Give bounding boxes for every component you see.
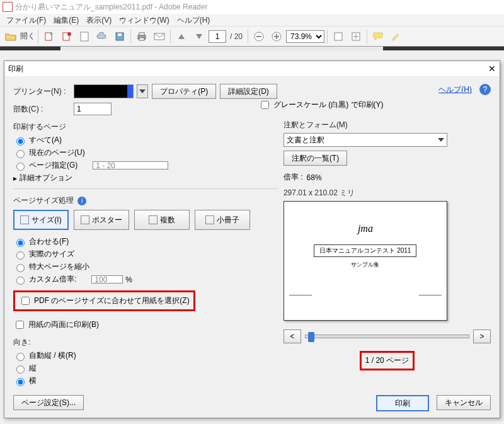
- radio-landscape[interactable]: 横: [13, 375, 277, 386]
- printer-select[interactable]: [74, 84, 134, 98]
- document-icon[interactable]: [76, 28, 93, 45]
- radio-actual[interactable]: 実際のサイズ: [13, 249, 277, 260]
- menu-window[interactable]: ウィンドウ(W): [115, 14, 173, 26]
- info-icon[interactable]: i: [77, 197, 86, 205]
- menu-file[interactable]: ファイル(F): [3, 14, 50, 26]
- zoom-out-icon[interactable]: [251, 28, 267, 45]
- dialog-title: 印刷: [8, 64, 23, 74]
- svg-rect-5: [118, 33, 122, 36]
- page-total-label: / 20: [227, 32, 245, 41]
- save-icon[interactable]: [112, 28, 128, 45]
- menu-view[interactable]: 表示(V): [83, 14, 115, 26]
- svg-rect-7: [139, 33, 144, 35]
- highlight-icon[interactable]: [387, 28, 404, 45]
- tab-multiple[interactable]: 複数: [134, 210, 190, 230]
- radio-auto-orient[interactable]: 自動縦 / 横(R): [13, 350, 277, 361]
- fit-page-icon[interactable]: [348, 28, 364, 45]
- tab-poster[interactable]: ポスター: [74, 210, 129, 230]
- fit-width-icon[interactable]: [330, 28, 346, 45]
- slider-thumb[interactable]: [308, 332, 314, 342]
- window-title-bar: 分かり易いマニュアル_samples2011.pdf - Adobe Reade…: [0, 0, 504, 14]
- print-preview: jma 日本マニュアルコンテスト 2011 サンプル集 ——————: [284, 201, 447, 321]
- poster-tab-icon: [81, 215, 89, 224]
- multi-tab-icon: [149, 215, 158, 224]
- help-icon[interactable]: ?: [479, 84, 491, 95]
- checkbox-choose-paper[interactable]: PDF のページサイズに合わせて用紙を選択(Z): [19, 295, 190, 307]
- booklet-tab-icon: [205, 215, 214, 224]
- menu-bar: ファイル(F) 編集(E) 表示(V) ウィンドウ(W) ヘルプ(H): [0, 14, 504, 26]
- checkbox-duplex[interactable]: 用紙の両面に印刷(B): [13, 319, 277, 331]
- page-setup-button[interactable]: ページ設定(S)...: [13, 395, 84, 410]
- preview-subtitle: サンプル集: [351, 261, 379, 269]
- export-pdf-icon[interactable]: [41, 28, 57, 45]
- highlight-box-choose-paper: PDF のページサイズに合わせて用紙を選択(Z): [13, 290, 195, 311]
- svg-rect-15: [335, 33, 342, 40]
- preview-slider[interactable]: [305, 335, 469, 338]
- zoom-select[interactable]: 73.9%: [286, 30, 324, 43]
- annotation-list-button[interactable]: 注釈の一覧(T): [284, 151, 347, 166]
- size-header: ページサイズ処理: [13, 195, 74, 206]
- preview-logo: jma: [358, 223, 373, 234]
- comment-icon[interactable]: [370, 28, 386, 45]
- preview-next-button[interactable]: >: [473, 329, 491, 343]
- page-down-icon[interactable]: [191, 28, 207, 45]
- radio-fit[interactable]: 合わせる(F): [13, 236, 277, 247]
- properties-button[interactable]: プロパティ(P): [152, 84, 216, 99]
- radio-shrink[interactable]: 特大ページを縮小: [13, 261, 277, 272]
- printer-label: プリンター(N) :: [13, 86, 70, 97]
- printer-dropdown-icon[interactable]: [137, 84, 148, 98]
- radio-current[interactable]: 現在のページ(U): [13, 147, 277, 158]
- print-button[interactable]: 印刷: [376, 395, 429, 411]
- chevron-down-icon: [438, 138, 444, 142]
- cancel-button[interactable]: キャンセル: [437, 395, 491, 410]
- orientation-header: 向き:: [13, 337, 277, 348]
- page-indicator: 1 / 20 ページ: [365, 356, 409, 365]
- preview-dimensions: 297.01 x 210.02 ミリ: [284, 188, 491, 198]
- annotation-header: 注釈とフォーム(M): [284, 120, 491, 130]
- close-icon[interactable]: ✕: [488, 64, 496, 74]
- size-tab-icon: [20, 215, 29, 224]
- preview-title: 日本マニュアルコンテスト 2011: [314, 244, 416, 257]
- open-button[interactable]: 開く: [3, 28, 35, 45]
- radio-all[interactable]: すべて(A): [13, 135, 277, 146]
- scale-label: 倍率 :: [284, 172, 303, 183]
- zoom-in-icon[interactable]: [268, 28, 285, 45]
- open-label: 開く: [20, 31, 35, 42]
- custom-scale-input[interactable]: [91, 275, 123, 284]
- highlight-box-page-indicator: 1 / 20 ページ: [360, 351, 415, 370]
- advanced-button[interactable]: 詳細設定(D): [220, 84, 277, 99]
- svg-rect-8: [139, 38, 144, 40]
- cloud-icon[interactable]: [94, 28, 110, 45]
- folder-icon: [3, 28, 19, 45]
- tab-size[interactable]: サイズ(I): [13, 210, 69, 230]
- print-dialog: 印刷 ✕ プリンター(N) : プロパティ(P) 詳細設定(D) 部数(C) :…: [4, 60, 500, 418]
- radio-custom-scale[interactable]: カスタム倍率: %: [13, 274, 277, 285]
- more-options-toggle[interactable]: ▸ 詳細オプション: [13, 173, 277, 183]
- dialog-title-bar: 印刷 ✕: [4, 61, 500, 76]
- radio-range[interactable]: ページ指定(G): [13, 160, 277, 171]
- mail-icon[interactable]: [151, 28, 168, 45]
- copies-label: 部数(C) :: [13, 104, 70, 115]
- menu-edit[interactable]: 編集(E): [50, 14, 83, 26]
- page-number-input[interactable]: [209, 30, 226, 43]
- scale-value: 68%: [307, 173, 322, 182]
- svg-rect-3: [81, 32, 88, 41]
- app-icon: [3, 2, 13, 12]
- preview-prev-button[interactable]: <: [284, 329, 301, 343]
- annotation-select[interactable]: 文書と注釈: [284, 133, 447, 147]
- radio-portrait[interactable]: 縦: [13, 363, 277, 374]
- page-range-input[interactable]: [93, 161, 168, 169]
- tab-booklet[interactable]: 小冊子: [195, 210, 250, 230]
- toolbar: 開く / 20 73.9%: [0, 26, 504, 47]
- document-area: [0, 47, 504, 50]
- pages-header: 印刷するページ: [13, 122, 277, 132]
- copies-input[interactable]: [74, 103, 112, 115]
- page-up-icon[interactable]: [173, 28, 190, 45]
- window-title: 分かり易いマニュアル_samples2011.pdf - Adobe Reade…: [15, 2, 207, 13]
- menu-help[interactable]: ヘルプ(H): [173, 14, 214, 26]
- print-icon[interactable]: [134, 28, 150, 45]
- help-link[interactable]: ヘルプ(H): [438, 84, 472, 95]
- svg-point-2: [67, 32, 71, 36]
- create-pdf-icon[interactable]: [59, 28, 75, 45]
